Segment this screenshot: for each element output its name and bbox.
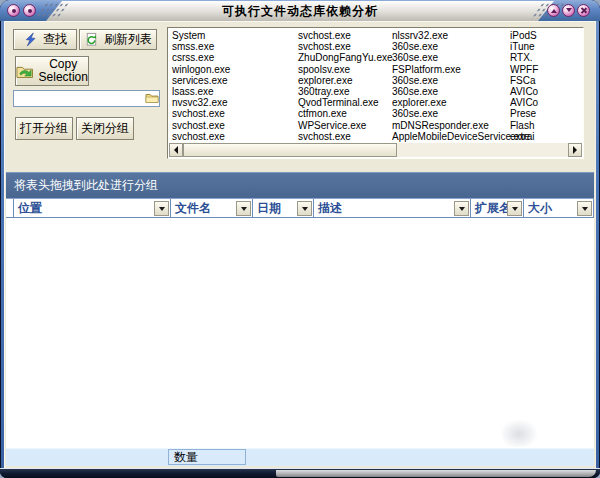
column-label: 描述 xyxy=(318,200,342,217)
column-header-date[interactable]: 日期 xyxy=(253,199,314,218)
process-cell: AVICo xyxy=(510,86,538,97)
process-row[interactable]: csrss.exeZhuDongFangYu.exe360se.exeRTX. xyxy=(169,52,582,63)
close-group-label: 关闭分组 xyxy=(81,120,129,137)
dot-icon xyxy=(12,9,16,13)
process-row[interactable]: svchost.exesvchost.exeAppleMobileDeviceS… xyxy=(169,131,582,142)
column-filter-button[interactable] xyxy=(507,201,522,216)
process-cell: 360se.exe xyxy=(392,108,438,119)
scroll-right-button[interactable] xyxy=(568,143,582,157)
grid-header-indicator xyxy=(6,199,14,218)
arrow-down-icon xyxy=(566,8,572,15)
column-header-description[interactable]: 描述 xyxy=(314,199,471,218)
process-row[interactable]: svchost.exeWPService.exemDNSResponder.ex… xyxy=(169,120,582,131)
refresh-icon xyxy=(84,32,99,47)
column-header-size[interactable]: 大小 xyxy=(524,199,594,218)
process-cell: smss.exe xyxy=(172,41,214,52)
maximize-button[interactable] xyxy=(547,4,560,17)
process-cell: iPodS xyxy=(510,30,537,41)
open-group-label: 打开分组 xyxy=(20,120,68,137)
arrow-right-icon xyxy=(573,146,581,154)
process-cell: RTX. xyxy=(510,52,533,63)
column-header-location[interactable]: 位置 xyxy=(14,199,171,218)
column-header-filename[interactable]: 文件名 xyxy=(171,199,253,218)
chevron-down-icon xyxy=(459,207,465,214)
process-cell: Flash xyxy=(510,120,534,131)
column-filter-button[interactable] xyxy=(454,201,469,216)
refresh-list-button[interactable]: 刷新列表 xyxy=(79,29,157,50)
process-row[interactable]: services.exeexplorer.exe360se.exeFSCa xyxy=(169,75,582,86)
titlebar: 可执行文件动态库依赖分析 xyxy=(0,0,600,21)
process-list-rows: Systemsvchost.exenlssrv32.exeiPodS smss.… xyxy=(169,29,582,143)
column-label: 日期 xyxy=(257,200,281,217)
chevron-down-icon xyxy=(512,207,518,214)
process-row[interactable]: Systemsvchost.exenlssrv32.exeiPodS xyxy=(169,30,582,41)
grid-body[interactable] xyxy=(6,218,594,447)
process-row[interactable]: svchost.exectfmon.exe360se.exePrese xyxy=(169,108,582,119)
process-row[interactable]: lsass.exe360tray.exe360se.exeAVICo xyxy=(169,86,582,97)
scrollbar-thumb[interactable] xyxy=(183,143,397,157)
column-label: 大小 xyxy=(528,200,552,217)
process-cell: lsass.exe xyxy=(172,86,214,97)
close-button[interactable] xyxy=(577,4,590,17)
process-row[interactable]: smss.exesvchost.exe360se.exeiTune xyxy=(169,41,582,52)
process-cell: AVICo xyxy=(510,97,538,108)
process-list[interactable]: Systemsvchost.exenlssrv32.exeiPodS smss.… xyxy=(167,27,584,159)
process-cell: ZhuDongFangYu.exe xyxy=(298,52,393,63)
watermark-smudge xyxy=(501,420,537,448)
copy-icon xyxy=(16,64,33,79)
process-cell: csrss.exe xyxy=(172,52,214,63)
group-by-hint: 将表头拖拽到此处进行分组 xyxy=(14,177,158,194)
process-cell: mDNSResponder.exe xyxy=(392,120,489,131)
column-label: 扩展名 xyxy=(475,200,511,217)
dot-icon xyxy=(28,9,32,13)
column-filter-button[interactable] xyxy=(154,201,169,216)
window-bottom-frame xyxy=(0,468,600,478)
process-cell: 360se.exe xyxy=(392,52,438,63)
process-cell: FSPlatform.exe xyxy=(392,64,461,75)
arrow-up-icon xyxy=(551,6,557,13)
browse-folder-icon[interactable] xyxy=(145,92,159,104)
process-row[interactable]: winlogon.exespoolsv.exeFSPlatform.exeWPF… xyxy=(169,64,582,75)
group-by-bar[interactable]: 将表头拖拽到此处进行分组 xyxy=(6,172,594,198)
horizontal-scrollbar[interactable] xyxy=(169,143,582,157)
pin-button[interactable] xyxy=(23,4,36,17)
process-cell: svchost.exe xyxy=(298,131,351,142)
process-cell: explorer.exe xyxy=(298,75,352,86)
app-window: 可执行文件动态库依赖分析 查找 刷新列表 xyxy=(0,0,600,478)
chevron-down-icon xyxy=(302,207,308,214)
process-row[interactable]: nvsvc32.exeQvodTerminal.exeexplorer.exeA… xyxy=(169,97,582,108)
column-filter-button[interactable] xyxy=(236,201,251,216)
find-button-label: 查找 xyxy=(43,31,67,48)
column-header-extension[interactable]: 扩展名 xyxy=(471,199,524,218)
process-cell: WPFF xyxy=(510,64,538,75)
copy-selection-button[interactable]: Copy Selection xyxy=(15,56,89,86)
process-cell: ctfmon.exe xyxy=(298,108,347,119)
scroll-left-button[interactable] xyxy=(169,143,183,157)
close-group-button[interactable]: 关闭分组 xyxy=(76,117,134,140)
chevron-down-icon xyxy=(159,207,165,214)
column-label: 位置 xyxy=(18,200,42,217)
find-button[interactable]: 查找 xyxy=(13,29,77,50)
process-cell: System xyxy=(172,30,205,41)
system-menu-button[interactable] xyxy=(7,4,20,17)
window-title: 可执行文件动态库依赖分析 xyxy=(0,3,600,20)
column-filter-button[interactable] xyxy=(297,201,312,216)
process-cell: svchost.exe xyxy=(172,120,225,131)
path-input[interactable] xyxy=(13,90,160,107)
chevron-down-icon xyxy=(582,207,588,214)
process-cell: 360se.exe xyxy=(392,75,438,86)
open-group-button[interactable]: 打开分组 xyxy=(15,117,73,140)
process-cell: svchost.exe xyxy=(298,30,351,41)
process-cell: svchost.exe xyxy=(298,41,351,52)
minimize-button[interactable] xyxy=(562,4,575,17)
column-label: 文件名 xyxy=(175,200,211,217)
process-cell: QvodTerminal.exe xyxy=(298,97,379,108)
process-cell: 360tray.exe xyxy=(298,86,350,97)
grid-header: 位置 文件名 日期 描述 扩展名 大小 xyxy=(6,198,594,218)
process-cell: extrai xyxy=(510,131,534,142)
bottom-frame-shine xyxy=(276,470,596,477)
lightning-icon xyxy=(23,32,38,47)
column-filter-button[interactable] xyxy=(577,201,592,216)
count-panel: 数量 xyxy=(168,449,246,465)
process-cell: nlssrv32.exe xyxy=(392,30,448,41)
